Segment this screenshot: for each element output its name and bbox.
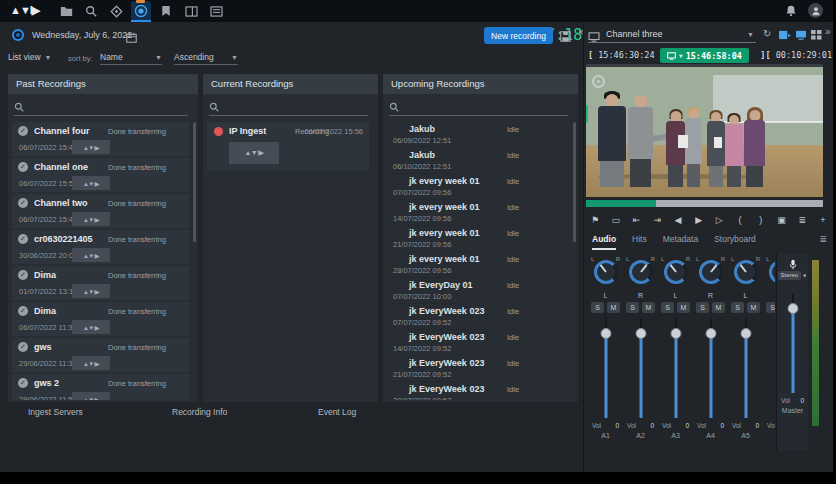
mute-button[interactable]: M — [712, 302, 725, 313]
goto-in-button[interactable]: ⇤ — [627, 212, 645, 228]
view-mode-select[interactable]: List view ▼ — [8, 52, 52, 62]
Channel two[interactable]: ✓ Channel two Done transferring 06/07/20… — [12, 194, 189, 228]
solo-button[interactable]: S — [591, 302, 604, 313]
expand-chevrons-icon[interactable]: » — [825, 27, 831, 37]
master-fader[interactable] — [777, 293, 808, 393]
past-scrollbar[interactable] — [193, 122, 196, 242]
past-search-input[interactable] — [14, 100, 188, 116]
fader-handle[interactable] — [787, 303, 798, 314]
volume-fader[interactable] — [693, 318, 728, 418]
fader-handle[interactable] — [740, 328, 751, 339]
current-date[interactable]: Wednesday, July 6, 2022 — [32, 30, 132, 40]
volume-fader[interactable] — [728, 318, 763, 418]
calendar-icon[interactable] — [126, 29, 137, 47]
clip-thumbnail[interactable]: ▲▼I▶ — [72, 248, 110, 262]
jk EveryWeek 023[interactable]: jk EveryWeek 023 Idle 21/07/2022 09:52 — [387, 356, 569, 382]
jk EveryWeek 023[interactable]: jk EveryWeek 023 Idle 28/07/2022 09:52 — [387, 382, 569, 400]
mute-button[interactable]: M — [677, 302, 690, 313]
solo-button[interactable]: S — [626, 302, 639, 313]
capture-icon[interactable] — [131, 1, 151, 21]
panes-icon[interactable] — [181, 1, 201, 21]
bookmarks-icon[interactable] — [156, 1, 176, 21]
timeline-bar[interactable] — [586, 200, 823, 207]
tab-ingest-servers[interactable]: Ingest Servers — [28, 407, 83, 417]
pan-knob[interactable] — [769, 260, 776, 284]
volume-fader[interactable] — [588, 318, 623, 418]
notifications-bell-icon[interactable] — [785, 3, 797, 21]
step-forward-button[interactable]: ▷ — [710, 212, 728, 228]
solo-button[interactable]: S — [661, 302, 674, 313]
player-tab[interactable]: Metadata — [663, 234, 698, 250]
search-icon[interactable] — [81, 1, 101, 21]
player-tab[interactable]: Audio — [592, 234, 616, 250]
Dima[interactable]: ✓ Dima Done transferring 01/07/2022 13:1… — [12, 266, 189, 300]
save-icon[interactable] — [560, 28, 571, 46]
solo-button[interactable]: S — [766, 302, 775, 313]
sort-field-select[interactable]: Name ▼ — [100, 52, 162, 65]
player-tab[interactable]: Storyboard — [714, 234, 756, 250]
solo-button[interactable]: S — [696, 302, 709, 313]
mute-button[interactable]: M — [747, 302, 760, 313]
Channel one[interactable]: ✓ Channel one Done transferring 06/07/20… — [12, 158, 189, 192]
jk EveryWeek 023[interactable]: jk EveryWeek 023 Idle 07/07/2022 09:52 — [387, 304, 569, 330]
clip-thumbnail[interactable]: ▲▼I▶ — [72, 356, 110, 370]
tab-recording-info[interactable]: Recording Info — [172, 407, 227, 417]
fader-handle[interactable] — [705, 328, 716, 339]
monitors-icon[interactable] — [106, 1, 126, 21]
clip-thumbnail[interactable]: ▲▼I▶ — [72, 212, 110, 226]
fader-handle[interactable] — [600, 328, 611, 339]
gws[interactable]: ✓ gws Done transferring 29/06/2022 11:36… — [12, 338, 189, 372]
user-avatar[interactable] — [808, 3, 823, 18]
jk EveryWeek 023[interactable]: jk EveryWeek 023 Idle 14/07/2022 09:52 — [387, 330, 569, 356]
upcoming-search-input[interactable] — [389, 100, 568, 116]
new-recording-button[interactable]: New recording — [484, 27, 553, 44]
microphone-icon[interactable] — [777, 254, 808, 268]
fader-handle[interactable] — [635, 328, 646, 339]
voice-over-button[interactable]: ⚑ — [586, 212, 604, 228]
Channel four[interactable]: ✓ Channel four Done transferring 06/07/2… — [12, 122, 189, 156]
clip-thumbnail[interactable]: ▲▼I▶ — [229, 142, 279, 164]
monitor-output-icon[interactable] — [795, 30, 807, 42]
subclip-button[interactable]: ▣ — [772, 212, 790, 228]
clip-thumbnail[interactable]: ▲▼I▶ — [72, 176, 110, 190]
list-button[interactable]: ≣ — [793, 212, 811, 228]
volume-fader[interactable] — [623, 318, 658, 418]
tab-event-log[interactable]: Event Log — [318, 407, 356, 417]
Jakub[interactable]: Jakub Idle 06/09/2022 12:51 — [387, 122, 569, 148]
jk every week 01[interactable]: jk every week 01 Idle 14/07/2022 09:56 — [387, 200, 569, 226]
clip-thumbnail[interactable]: ▲▼I▶ — [72, 392, 110, 400]
volume-fader[interactable] — [763, 318, 775, 418]
clip-thumbnail[interactable]: ▲▼I▶ — [72, 320, 110, 334]
mark-out-button[interactable]: ) — [752, 212, 770, 228]
solo-button[interactable]: S — [731, 302, 744, 313]
current-search-input[interactable] — [209, 100, 368, 116]
video-viewer[interactable] — [586, 64, 823, 197]
rundown-icon[interactable] — [206, 1, 226, 21]
mute-button[interactable]: M — [642, 302, 655, 313]
play-reverse-button[interactable]: ◀ — [669, 212, 687, 228]
tabs-menu-icon[interactable]: ≣ — [819, 234, 827, 244]
Jakub[interactable]: Jakub Idle 06/10/2022 12:51 — [387, 148, 569, 174]
jk every week 01[interactable]: jk every week 01 Idle 21/07/2022 09:56 — [387, 226, 569, 252]
fader-handle[interactable] — [670, 328, 681, 339]
multicam-icon[interactable] — [811, 30, 822, 42]
position-timecode-badge[interactable]: ▼ 15:46:58:04 — [660, 48, 749, 63]
gws 2[interactable]: ✓ gws 2 Done transferring 29/06/2022 11:… — [12, 374, 189, 400]
browse-icon[interactable] — [56, 1, 76, 21]
clip-thumbnail[interactable]: ▲▼I▶ — [72, 140, 110, 154]
mark-in-button[interactable]: ( — [731, 212, 749, 228]
IP Ingest[interactable]: IP Ingest Recording 06/07/2022 15:56 ▲▼I… — [207, 122, 369, 170]
Dima[interactable]: ✓ Dima Done transferring 06/07/2022 11:3… — [12, 302, 189, 336]
mute-button[interactable]: M — [607, 302, 620, 313]
player-tab[interactable]: Hits — [632, 234, 647, 250]
add-button[interactable]: + — [814, 212, 832, 228]
volume-fader[interactable] — [658, 318, 693, 418]
cr0630221405[interactable]: ✓ cr0630221405 Done transferring 30/06/2… — [12, 230, 189, 264]
upcoming-scrollbar[interactable] — [573, 122, 576, 242]
channel-select[interactable]: Channel three ▼ — [588, 26, 756, 43]
output-panel-icon[interactable] — [778, 30, 791, 42]
jk every week 01[interactable]: jk every week 01 Idle 07/07/2022 09:56 — [387, 174, 569, 200]
play-button[interactable]: ▶ — [690, 212, 708, 228]
goto-out-button[interactable]: ⇥ — [648, 212, 666, 228]
sort-order-select[interactable]: Ascending ▼ — [174, 52, 238, 65]
